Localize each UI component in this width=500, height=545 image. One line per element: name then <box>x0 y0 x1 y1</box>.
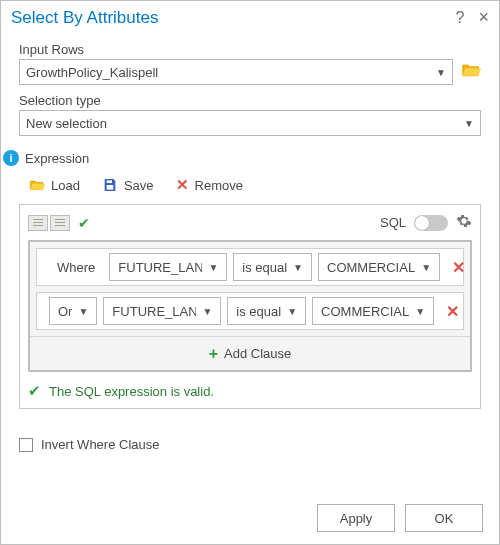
selection-type-value: New selection <box>26 116 458 131</box>
expression-label: Expression <box>25 151 89 166</box>
selection-type-label: Selection type <box>19 93 481 108</box>
expression-builder: ✔ SQL Where FUTURE_LAN▼ is equal▼ COMMER… <box>19 204 481 409</box>
expression-toolbar: Load Save ✕ Remove <box>19 166 481 202</box>
chevron-down-icon: ▼ <box>464 118 474 129</box>
clause-operator-combo[interactable]: is equal▼ <box>233 253 312 281</box>
info-icon[interactable]: i <box>3 150 19 166</box>
chevron-down-icon: ▼ <box>436 67 446 78</box>
sql-label: SQL <box>380 215 406 230</box>
save-button[interactable]: Save <box>102 177 154 193</box>
titlebar: Select By Attributes ? × <box>1 1 499 30</box>
load-label: Load <box>51 178 80 193</box>
chevron-down-icon: ▼ <box>78 306 88 317</box>
clause-field-combo[interactable]: FUTURE_LAN▼ <box>103 297 221 325</box>
invert-checkbox[interactable] <box>19 438 33 452</box>
plus-icon: + <box>209 345 218 363</box>
ok-button[interactable]: OK <box>405 504 483 532</box>
clause-logic-cell[interactable]: Where <box>49 253 103 281</box>
browse-folder-icon[interactable] <box>461 60 481 84</box>
check-icon: ✔ <box>28 382 41 400</box>
selection-type-combo[interactable]: New selection ▼ <box>19 110 481 136</box>
clause-operator-combo[interactable]: is equal▼ <box>227 297 306 325</box>
clause-field-combo[interactable]: FUTURE_LAN▼ <box>109 253 227 281</box>
gear-icon[interactable] <box>456 213 472 232</box>
chevron-down-icon: ▼ <box>208 262 218 273</box>
svg-rect-1 <box>107 185 114 190</box>
remove-label: Remove <box>195 178 243 193</box>
clause-container: Where FUTURE_LAN▼ is equal▼ COMMERCIAL▼ … <box>28 240 472 372</box>
clause-logic-combo[interactable]: Or▼ <box>49 297 97 325</box>
x-icon: ✕ <box>176 176 189 194</box>
query-view-icon-alt[interactable] <box>50 215 70 231</box>
load-button[interactable]: Load <box>29 177 80 193</box>
chevron-down-icon: ▼ <box>202 306 212 317</box>
chevron-down-icon: ▼ <box>287 306 297 317</box>
chevron-down-icon: ▼ <box>421 262 431 273</box>
validation-row: ✔ The SQL expression is valid. <box>28 382 472 400</box>
add-clause-button[interactable]: + Add Clause <box>30 336 470 370</box>
help-icon[interactable]: ? <box>456 9 465 27</box>
apply-button[interactable]: Apply <box>317 504 395 532</box>
close-icon[interactable]: × <box>478 7 489 28</box>
input-rows-label: Input Rows <box>19 42 481 57</box>
query-view-icon[interactable] <box>28 215 48 231</box>
remove-button[interactable]: ✕ Remove <box>176 176 243 194</box>
add-clause-label: Add Clause <box>224 346 291 361</box>
chevron-down-icon: ▼ <box>293 262 303 273</box>
input-rows-combo[interactable]: GrowthPolicy_Kalispell ▼ <box>19 59 453 85</box>
chevron-down-icon: ▼ <box>415 306 425 317</box>
validation-text: The SQL expression is valid. <box>49 384 214 399</box>
clause-value-combo[interactable]: COMMERCIAL▼ <box>318 253 440 281</box>
clause-row: Or▼ FUTURE_LAN▼ is equal▼ COMMERCIAL▼ ✕ <box>36 292 464 330</box>
validate-icon[interactable]: ✔ <box>78 215 90 231</box>
delete-clause-icon[interactable]: ✕ <box>440 302 465 321</box>
window-title: Select By Attributes <box>11 8 442 28</box>
save-label: Save <box>124 178 154 193</box>
input-rows-value: GrowthPolicy_Kalispell <box>26 65 430 80</box>
content: Input Rows GrowthPolicy_Kalispell ▼ Sele… <box>1 30 499 452</box>
sql-toggle[interactable] <box>414 215 448 231</box>
footer: Apply OK <box>301 492 499 544</box>
clause-value-combo[interactable]: COMMERCIAL▼ <box>312 297 434 325</box>
select-by-attributes-window: Select By Attributes ? × Input Rows Grow… <box>0 0 500 545</box>
clause-row: Where FUTURE_LAN▼ is equal▼ COMMERCIAL▼ … <box>36 248 464 286</box>
invert-label: Invert Where Clause <box>41 437 160 452</box>
delete-clause-icon[interactable]: ✕ <box>446 258 471 277</box>
svg-rect-0 <box>107 180 112 183</box>
